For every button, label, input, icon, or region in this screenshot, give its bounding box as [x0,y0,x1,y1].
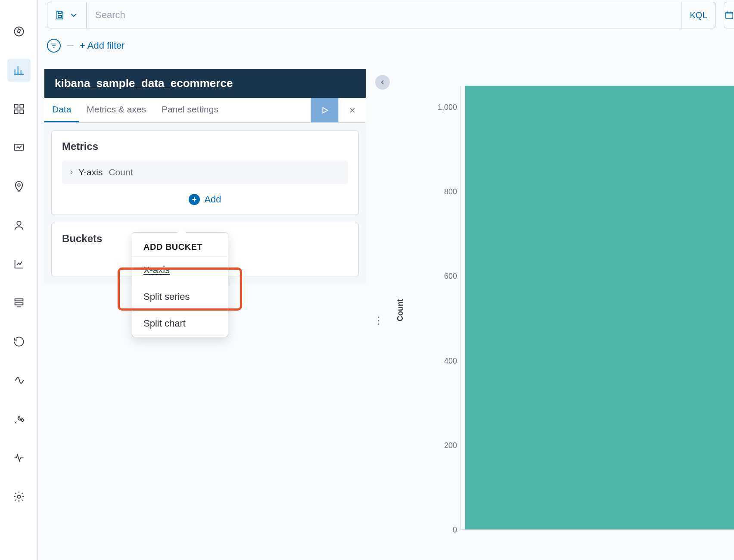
filter-icon [50,42,58,50]
visualization-chart: Count 02004006008001,000 [400,86,734,534]
tab-data[interactable]: Data [44,98,79,122]
nav-canvas-icon[interactable] [7,136,31,159]
play-icon [320,106,330,115]
svg-rect-1 [14,105,18,108]
metrics-section: Metrics Y-axis Count Add [51,131,359,215]
y-axis: 02004006008001,000 [418,86,457,530]
svg-rect-8 [15,299,23,301]
saved-query-menu-button[interactable] [47,2,87,28]
bucket-option-split-chart[interactable]: Split chart [132,310,228,337]
add-metric-label: Add [204,194,221,205]
metric-y-axis-row[interactable]: Y-axis Count [62,160,348,184]
query-bar: KQL [47,2,734,28]
popover-title: ADD BUCKET [132,233,228,257]
index-pattern-title[interactable]: kibana_sample_data_ecommerce [44,69,366,98]
y-tick: 0 [423,526,457,535]
bucket-option-split-series[interactable]: Split series [132,283,228,310]
svg-rect-3 [14,110,18,113]
y-tick: 600 [423,272,457,281]
chevron-down-icon [68,10,79,20]
chevron-left-icon [379,79,386,86]
chevron-right-icon [68,169,75,176]
close-icon [348,106,357,115]
discard-changes-button[interactable] [338,98,366,122]
nav-uptime-icon[interactable] [7,330,31,353]
add-bucket-popover: ADD BUCKET X-axis Split series Split cha… [132,233,228,337]
svg-rect-4 [20,110,23,113]
metrics-title: Metrics [62,140,348,152]
filter-bar: + Add filter [47,39,125,53]
search-input[interactable] [87,2,681,28]
nav-visualize-icon[interactable] [7,59,31,82]
plot-area [460,86,734,530]
svg-point-7 [17,221,21,225]
nav-management-icon[interactable] [7,485,31,508]
kql-toggle-button[interactable]: KQL [681,2,716,28]
filter-options-button[interactable] [47,39,61,53]
plus-circle-icon [189,194,200,205]
y-tick: 1,000 [423,103,457,112]
nav-maps-icon[interactable] [7,175,31,198]
y-tick: 400 [423,356,457,365]
nav-logs-icon[interactable] [7,291,31,314]
svg-rect-11 [58,16,62,18]
nav-metrics-icon[interactable] [7,252,31,276]
svg-rect-2 [20,105,23,108]
calendar-icon [725,10,734,20]
svg-point-0 [14,27,23,36]
nav-ml-icon[interactable] [7,214,31,237]
chart-bar [465,86,734,529]
save-icon [55,10,65,20]
nav-discover-icon[interactable] [7,20,31,43]
add-metric-button[interactable]: Add [62,194,348,205]
nav-monitoring-icon[interactable] [7,446,31,470]
tab-panel-settings[interactable]: Panel settings [154,98,226,122]
nav-apm-icon[interactable] [7,369,31,392]
svg-rect-12 [725,12,733,19]
svg-point-6 [18,184,20,187]
collapse-sidebar-button[interactable] [375,75,390,90]
bucket-option-x-axis[interactable]: X-axis [132,257,228,283]
svg-point-10 [17,495,20,498]
tab-metrics-axes[interactable]: Metrics & axes [79,98,154,122]
metric-y-axis-agg: Count [109,167,133,177]
nav-dashboard-icon[interactable] [7,97,31,121]
apply-changes-button[interactable] [311,98,338,122]
add-filter-button[interactable]: + Add filter [80,40,125,51]
date-picker-button[interactable] [724,2,734,28]
side-nav-rail [0,0,38,560]
editor-tabs: Data Metrics & axes Panel settings [44,98,366,123]
panel-options-button[interactable]: ⋮ [373,319,384,322]
metric-y-axis-label: Y-axis [78,167,103,177]
y-axis-label: Count [396,299,405,321]
y-tick: 200 [423,441,457,450]
nav-devtools-icon[interactable] [7,408,31,431]
filter-separator [67,45,74,46]
y-tick: 800 [423,187,457,196]
svg-rect-9 [15,303,23,305]
